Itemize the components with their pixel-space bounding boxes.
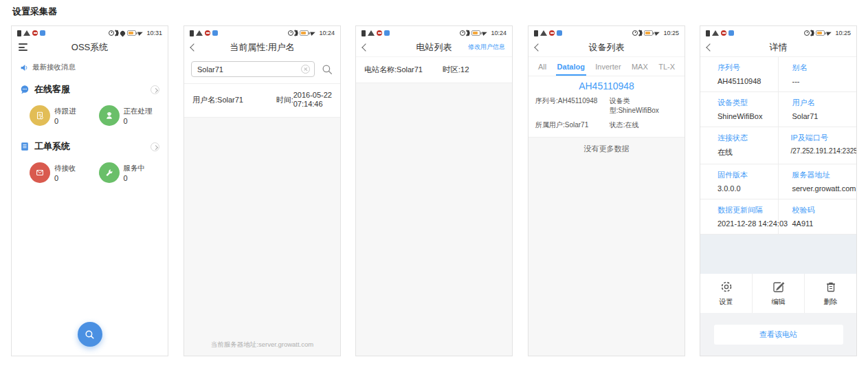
phone-panel-plant-list: 10:24 电站列表 修改用户信息 电站名称:Solar71 时区:12 (355, 25, 513, 356)
bluetooth-icon (812, 30, 814, 36)
user-name: 用户名:Solar71 (192, 95, 243, 105)
modify-user-link[interactable]: 修改用户信息 (468, 43, 505, 52)
detail-info-grid: 序列号AH45110948 别名--- 设备类型ShineWifiBox 用户名… (700, 56, 856, 235)
action-label: 删除 (824, 297, 838, 307)
tab-inverter[interactable]: Inverter (594, 61, 622, 76)
device-card[interactable]: AH45110948 序列号:AH45110948 设备类型:ShineWifi… (528, 76, 685, 138)
do-not-disturb-icon (549, 30, 555, 36)
wifi-icon (712, 30, 719, 36)
section-title: 工单系统 (34, 140, 146, 153)
header-title: 当前属性:用户名 (205, 41, 320, 54)
device-serial: 序列号:AH45110948 (535, 96, 610, 116)
follow-up-doc-icon (30, 105, 50, 126)
device-status: 状态:在线 (610, 120, 678, 130)
stat-value: 0 (124, 174, 146, 182)
device-owner: 所属用户:Solar71 (535, 120, 610, 130)
app-badge-icon (40, 30, 45, 36)
stat-value: 0 (54, 117, 76, 125)
status-bar: 10:25 (700, 26, 856, 38)
latest-message-row[interactable]: 最新接收消息 (12, 56, 168, 77)
app-badge-icon (557, 30, 562, 36)
field-value: 在线 (717, 147, 775, 158)
stat-in-service[interactable]: 服务中 0 (99, 162, 168, 183)
edit-button[interactable]: 编辑 (752, 274, 804, 313)
sim-icon (706, 30, 710, 36)
field-label: 序列号 (717, 63, 775, 73)
time-date: 2016-05-22 (293, 91, 332, 100)
back-icon[interactable] (706, 43, 713, 51)
stat-to-receive[interactable]: 待接收 0 (30, 162, 99, 183)
no-more-data-label: 没有更多数据 (528, 138, 685, 154)
field-value: ShineWifiBox (717, 112, 775, 120)
chat-bubble-icon (20, 85, 30, 94)
section-online-service[interactable]: 在线客服 (12, 77, 168, 98)
settings-button[interactable]: 设置 (700, 274, 752, 313)
status-time: 10:25 (663, 30, 679, 36)
field-value: /27.252.191.214:23251 (791, 147, 854, 155)
bottom-button-area: 查看该电站 (700, 313, 856, 356)
field-label: 校验码 (792, 205, 854, 215)
search-fab[interactable] (78, 322, 102, 347)
search-input[interactable] (197, 65, 301, 74)
do-not-disturb-icon (721, 30, 726, 36)
tab-all[interactable]: All (537, 61, 548, 76)
field-label: 别名 (792, 63, 854, 73)
edit-icon (772, 280, 786, 294)
phone-panel-device-list: 10:25 设备列表 All Datalog Inverter MAX TL-X… (528, 25, 685, 356)
status-bar: 10:24 (184, 26, 340, 38)
view-plant-button[interactable]: 查看该电站 (714, 325, 843, 345)
location-icon (120, 30, 126, 36)
status-bar: 10:31 (12, 26, 168, 38)
header: 详情 (700, 38, 856, 56)
field-value: --- (792, 77, 854, 85)
battery-icon (644, 30, 653, 36)
battery-icon (300, 30, 309, 36)
field-label: 设备类型 (717, 98, 775, 108)
field-label: 服务器地址 (792, 170, 854, 180)
stat-processing[interactable]: 正在处理 0 (99, 105, 168, 126)
search-box[interactable] (191, 61, 315, 77)
chevron-right-icon[interactable] (151, 142, 159, 151)
tab-max[interactable]: MAX (630, 61, 649, 76)
header-title: 设备列表 (549, 41, 664, 54)
menu-icon[interactable] (19, 43, 27, 51)
app-badge-icon (728, 30, 734, 36)
user-result-row[interactable]: 用户名:Solar71 时间: 2016-05-22 07:14:46 (184, 84, 340, 118)
section-work-order[interactable]: 工单系统 (12, 134, 168, 155)
wifi-icon (196, 30, 203, 36)
tab-datalog[interactable]: Datalog (556, 61, 586, 76)
page-title: 设置采集器 (12, 6, 57, 18)
vpn-arrow-icon (482, 30, 489, 36)
chevron-right-icon[interactable] (151, 85, 159, 94)
back-icon[interactable] (534, 43, 542, 51)
stat-to-follow-up[interactable]: 待跟进 0 (30, 105, 99, 126)
header: 电站列表 修改用户信息 (356, 38, 512, 56)
bluetooth-icon (640, 30, 642, 36)
bluetooth-icon (296, 30, 298, 36)
search-icon[interactable] (321, 63, 333, 76)
header-title: 详情 (721, 41, 836, 54)
speaker-icon (20, 63, 29, 72)
mail-edit-icon (30, 162, 50, 183)
latest-message-label: 最新接收消息 (32, 63, 76, 72)
app-badge-icon (384, 30, 390, 36)
tab-tlx[interactable]: TL-X (657, 61, 676, 76)
vpn-arrow-icon (311, 30, 317, 36)
device-fields: 序列号:AH45110948 设备类型:ShineWifiBox 所属用户:So… (535, 96, 678, 130)
plant-name: 电站名称:Solar71 (364, 65, 443, 75)
stat-value: 0 (124, 117, 153, 125)
back-icon[interactable] (361, 43, 369, 51)
stat-label: 待接收 (54, 164, 76, 173)
time-label: 时间: (276, 95, 293, 105)
header: 当前属性:用户名 (184, 38, 340, 56)
back-icon[interactable] (190, 43, 197, 51)
header: OSS系统 (12, 38, 168, 56)
section-title: 在线客服 (34, 83, 146, 96)
clear-icon[interactable] (301, 65, 310, 74)
empty-area (356, 83, 512, 356)
device-type-tabs: All Datalog Inverter MAX TL-X (528, 56, 685, 76)
delete-button[interactable]: 删除 (804, 274, 856, 313)
plant-row[interactable]: 电站名称:Solar71 时区:12 (356, 56, 512, 83)
alarm-icon (109, 30, 114, 36)
do-not-disturb-icon (377, 30, 382, 36)
